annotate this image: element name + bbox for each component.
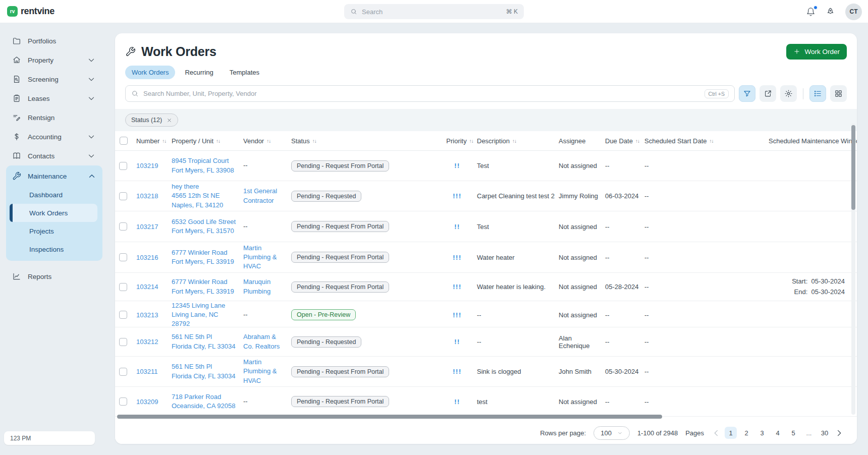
col-header-priority[interactable]: Priority↑↓ xyxy=(443,137,477,145)
sort-icon[interactable]: ↑↓ xyxy=(312,138,316,144)
status-filter-chip[interactable]: Status (12) xyxy=(125,113,178,127)
property-link-line[interactable]: Oceanside, CA 92058 xyxy=(172,402,235,410)
sidebar-item-screening[interactable]: Screening xyxy=(0,70,106,89)
sidebar-item-rentsign[interactable]: Rentsign xyxy=(0,108,106,127)
work-order-number-link[interactable]: 103209 xyxy=(136,398,158,406)
export-button[interactable] xyxy=(760,85,776,102)
row-checkbox[interactable] xyxy=(119,311,127,319)
col-header-status[interactable]: Status↑↓ xyxy=(291,137,443,145)
row-checkbox[interactable] xyxy=(119,192,127,200)
property-link-line[interactable]: Florida City, FL 33034 xyxy=(172,343,235,350)
sidebar-item-portfolios[interactable]: Portfolios xyxy=(0,31,106,50)
add-work-order-button[interactable]: Work Order xyxy=(786,44,847,60)
sidebar-item-accounting[interactable]: Accounting xyxy=(0,127,106,146)
work-order-number-link[interactable]: 103216 xyxy=(136,254,158,261)
property-link-line[interactable]: 718 Parker Road xyxy=(172,393,221,401)
avatar[interactable]: CT xyxy=(845,4,862,20)
property-link-line[interactable]: Fort Myers, FL 31570 xyxy=(172,227,234,235)
list-view-button[interactable] xyxy=(809,85,826,102)
property-link-line[interactable]: 561 NE 5th Pl xyxy=(172,333,212,340)
property-link-line[interactable]: Fort Myers, FL 33919 xyxy=(172,288,234,295)
sort-icon[interactable]: ↑↓ xyxy=(469,138,473,144)
horizontal-scrollbar[interactable] xyxy=(117,415,662,419)
row-checkbox[interactable] xyxy=(119,368,127,376)
work-order-number-link[interactable]: 103219 xyxy=(136,162,158,169)
settings-button[interactable] xyxy=(780,85,797,102)
sidebar-item-property[interactable]: Property xyxy=(0,50,106,70)
tab-recurring[interactable]: Recurring xyxy=(178,66,220,79)
sort-icon[interactable]: ↑↓ xyxy=(710,138,714,144)
tab-templates[interactable]: Templates xyxy=(223,66,266,79)
row-checkbox[interactable] xyxy=(119,253,127,261)
property-link-line[interactable]: hey there xyxy=(172,183,199,190)
vendor-link[interactable]: Abraham & Co. Realtors xyxy=(243,333,280,350)
vendor-link[interactable]: Maruquin Plumbing xyxy=(243,278,270,295)
sidebar-item-projects[interactable]: Projects xyxy=(10,222,97,240)
col-header-vendor[interactable]: Vendor↑↓ xyxy=(243,137,291,145)
vendor-link[interactable]: Martin Plumbing & HVAC xyxy=(243,244,277,270)
row-checkbox[interactable] xyxy=(119,397,127,406)
property-link-line[interactable]: 4565 12th St NE xyxy=(172,192,220,199)
table-search[interactable]: Ctrl +S xyxy=(125,85,735,102)
sort-icon[interactable]: ↑↓ xyxy=(512,138,516,144)
page-button-5[interactable]: 5 xyxy=(787,427,799,439)
clock-widget[interactable]: 123 PM xyxy=(4,431,95,445)
vendor-link[interactable]: Martin Plumbing & HVAC xyxy=(243,358,277,384)
page-button-4[interactable]: 4 xyxy=(772,427,784,439)
col-header-scheduled_start[interactable]: Scheduled Start Date↑↓ xyxy=(644,137,769,145)
sort-icon[interactable]: ↑↓ xyxy=(216,138,220,144)
page-button-3[interactable]: 3 xyxy=(756,427,768,439)
next-page-button[interactable] xyxy=(834,428,844,438)
sort-icon[interactable]: ↑↓ xyxy=(162,138,166,144)
property-link-line[interactable]: Florida City, FL 33034 xyxy=(172,372,235,380)
col-header-number[interactable]: Number↑↓ xyxy=(136,137,172,145)
property-link-line[interactable]: 6777 Winkler Road xyxy=(172,249,228,256)
sidebar-item-inspections[interactable]: Inspections xyxy=(10,240,97,258)
sidebar-item-leases[interactable]: Leases xyxy=(0,89,106,108)
col-header-description[interactable]: Description↑↓ xyxy=(477,137,559,145)
work-order-number-link[interactable]: 103212 xyxy=(136,338,158,346)
page-button-30[interactable]: 30 xyxy=(819,427,831,439)
property-link-line[interactable]: Fort Myers, FL 33919 xyxy=(172,258,234,265)
property-link-line[interactable]: 6777 Winkler Road xyxy=(172,278,228,286)
row-checkbox[interactable] xyxy=(119,162,127,170)
sidebar-item-reports[interactable]: Reports xyxy=(0,267,106,286)
work-order-number-link[interactable]: 103217 xyxy=(136,223,158,231)
work-order-number-link[interactable]: 103218 xyxy=(136,192,158,200)
select-all-checkbox[interactable] xyxy=(120,137,128,145)
previous-page-button[interactable] xyxy=(712,428,721,438)
col-header-due_date[interactable]: Due Date↑↓ xyxy=(605,137,644,145)
tab-work-orders[interactable]: Work Orders xyxy=(125,66,175,79)
brand-logo[interactable]: rv rentvine xyxy=(7,6,55,17)
vertical-scrollbar[interactable] xyxy=(851,125,855,210)
property-link-line[interactable]: 12345 Living Lane xyxy=(172,302,225,309)
property-link-line[interactable]: 8945 Tropical Court xyxy=(172,157,229,164)
sort-icon[interactable]: ↑↓ xyxy=(266,138,270,144)
property-link-line[interactable]: Fort Myers, FL 33908 xyxy=(172,166,234,174)
filter-button[interactable] xyxy=(739,85,755,102)
work-order-number-link[interactable]: 103213 xyxy=(136,311,158,319)
property-link-line[interactable]: Living Lane, NC 28792 xyxy=(172,311,219,327)
row-checkbox[interactable] xyxy=(119,222,127,231)
sidebar-item-maintenance[interactable]: Maintenance xyxy=(6,166,102,186)
vendor-link[interactable]: 1st General Contractor xyxy=(243,187,277,204)
rows-per-page-select[interactable]: 100 xyxy=(593,426,630,440)
table-search-input[interactable] xyxy=(143,90,700,97)
grid-view-button[interactable] xyxy=(830,85,847,102)
sort-icon[interactable]: ↑↓ xyxy=(635,138,639,144)
page-button-2[interactable]: 2 xyxy=(740,427,752,439)
global-search[interactable]: ⌘ K xyxy=(344,4,524,19)
property-link-line[interactable]: Naples, FL 34120 xyxy=(172,201,223,209)
sidebar-item-dashboard[interactable]: Dashboard xyxy=(10,186,97,204)
row-checkbox[interactable] xyxy=(119,283,127,291)
work-order-number-link[interactable]: 103214 xyxy=(136,283,158,291)
sidebar-item-contacts[interactable]: Contacts xyxy=(0,146,106,165)
close-icon[interactable] xyxy=(167,118,172,123)
property-link-line[interactable]: 6532 Good Life Street xyxy=(172,218,236,225)
page-button-1[interactable]: 1 xyxy=(725,427,737,439)
property-link-line[interactable]: 561 NE 5th Pl xyxy=(172,363,212,370)
sidebar-item-work-orders[interactable]: Work Orders xyxy=(10,204,97,222)
row-checkbox[interactable] xyxy=(119,338,127,346)
col-header-property[interactable]: Property / Unit↑↓ xyxy=(172,137,243,145)
work-order-number-link[interactable]: 103211 xyxy=(136,368,157,375)
